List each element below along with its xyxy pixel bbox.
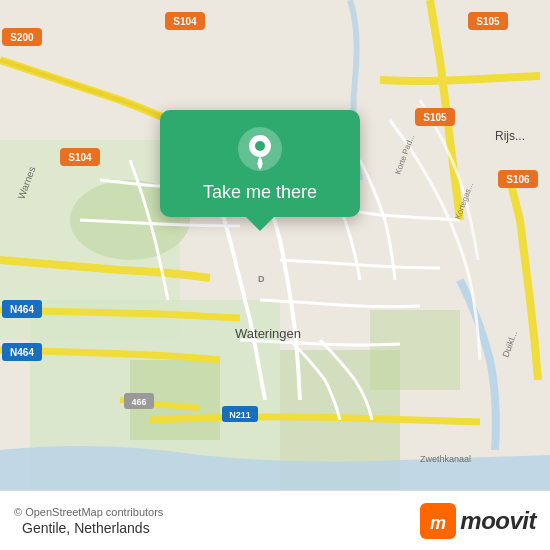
svg-text:S105: S105 xyxy=(476,16,500,27)
location-label: Gentile, Netherlands xyxy=(22,520,150,536)
svg-text:S104: S104 xyxy=(68,152,92,163)
svg-text:S105: S105 xyxy=(423,112,447,123)
take-me-there-label: Take me there xyxy=(203,182,317,203)
moovit-logo: m moovit xyxy=(420,503,536,539)
moovit-logo-icon: m xyxy=(420,503,456,539)
svg-text:S200: S200 xyxy=(10,32,34,43)
svg-text:m: m xyxy=(430,513,446,533)
svg-text:466: 466 xyxy=(131,397,146,407)
svg-text:Rijs...: Rijs... xyxy=(495,129,525,143)
svg-point-37 xyxy=(255,141,265,151)
svg-rect-6 xyxy=(370,310,460,390)
svg-text:N211: N211 xyxy=(229,410,251,420)
svg-text:D: D xyxy=(258,274,265,284)
svg-text:Zwethkanaal: Zwethkanaal xyxy=(420,454,471,464)
map-container: S200 S104 S104 S105 S105 S106 N464 N464 … xyxy=(0,0,550,490)
location-pin-icon xyxy=(237,126,283,172)
bottom-bar: © OpenStreetMap contributors Gentile, Ne… xyxy=(0,490,550,550)
svg-text:S106: S106 xyxy=(506,174,530,185)
copyright-text: © OpenStreetMap contributors xyxy=(14,506,420,518)
svg-text:Wateringen: Wateringen xyxy=(235,326,301,341)
popup-card[interactable]: Take me there xyxy=(160,110,360,217)
svg-text:N464: N464 xyxy=(10,304,34,315)
svg-text:N464: N464 xyxy=(10,347,34,358)
moovit-brand-text: moovit xyxy=(460,507,536,535)
svg-text:S104: S104 xyxy=(173,16,197,27)
